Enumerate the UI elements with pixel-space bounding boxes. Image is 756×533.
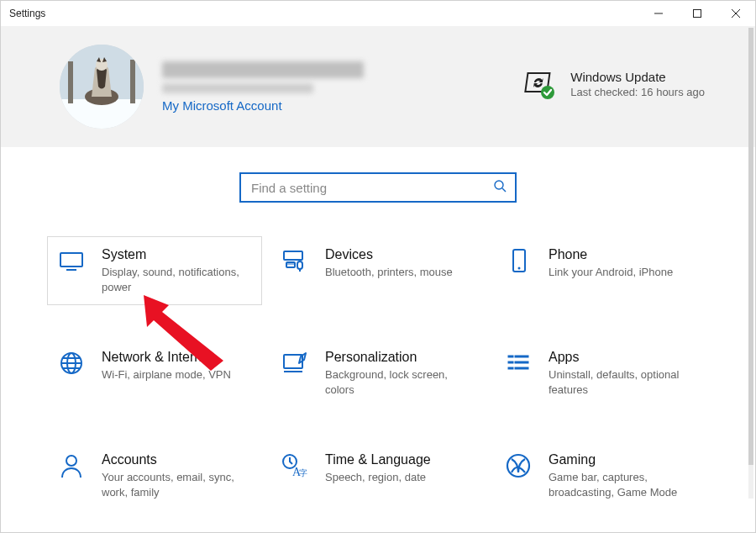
display-icon	[56, 247, 87, 277]
time-language-icon: A字	[280, 452, 310, 483]
tile-sub: Wi-Fi, airplane mode, VPN	[102, 367, 231, 383]
svg-text:字: 字	[299, 468, 307, 478]
windows-update-title: Windows Update	[570, 70, 705, 84]
svg-rect-3	[68, 61, 73, 103]
windows-update-sub: Last checked: 16 hours ago	[570, 86, 705, 98]
search-row	[1, 147, 755, 236]
tile-time-language[interactable]: A字 Time & Language Speech, region, date	[270, 441, 486, 510]
xbox-icon	[503, 452, 533, 483]
globe-icon	[56, 350, 87, 380]
window-title: Settings	[9, 8, 45, 19]
tile-title: System	[102, 247, 253, 262]
avatar[interactable]	[60, 45, 144, 129]
paint-icon	[280, 350, 310, 380]
person-icon	[56, 452, 87, 483]
svg-rect-10	[60, 253, 82, 266]
tile-network[interactable]: Network & Internet Wi-Fi, airplane mode,…	[47, 339, 262, 408]
tile-sub: Link your Android, iPhone	[549, 265, 673, 280]
tile-title: Personalization	[325, 350, 476, 365]
svg-rect-11	[284, 251, 302, 260]
avatar-image	[60, 45, 144, 129]
maximize-button[interactable]	[678, 1, 717, 26]
tile-title: Apps	[549, 350, 700, 365]
settings-window: Settings	[0, 0, 756, 533]
svg-rect-0	[694, 10, 701, 18]
tile-sub: Uninstall, defaults, optional features	[549, 367, 700, 397]
svg-rect-12	[286, 262, 295, 267]
search-input[interactable]	[249, 180, 493, 196]
tile-devices[interactable]: Devices Bluetooth, printers, mouse	[270, 236, 486, 305]
search-icon	[493, 179, 507, 196]
tile-sub: Your accounts, email, sync, work, family	[102, 470, 253, 499]
tile-personalization[interactable]: Personalization Background, lock screen,…	[270, 339, 486, 408]
svg-point-9	[495, 181, 503, 189]
tile-gaming[interactable]: Gaming Game bar, captures, broadcasting,…	[494, 441, 709, 510]
scrollbar-thumb[interactable]	[748, 28, 753, 465]
apps-icon	[503, 350, 533, 380]
my-microsoft-account-link[interactable]: My Microsoft Account	[162, 98, 364, 113]
tile-title: Network & Internet	[102, 350, 231, 365]
tile-sub: Display, sound, notifications, power	[102, 265, 253, 294]
tile-accounts[interactable]: Accounts Your accounts, email, sync, wor…	[47, 441, 262, 510]
tile-system[interactable]: System Display, sound, notifications, po…	[47, 236, 262, 305]
minimize-button[interactable]	[639, 1, 678, 26]
scrollbar[interactable]	[748, 28, 753, 499]
user-email-redacted	[162, 83, 313, 93]
user-name-redacted	[162, 61, 364, 78]
tile-sub: Background, lock screen, colors	[325, 367, 476, 397]
tile-title: Devices	[325, 247, 453, 262]
titlebar: Settings	[1, 1, 755, 26]
close-button[interactable]	[717, 1, 755, 26]
account-hero: My Microsoft Account Windows Update Last…	[1, 26, 755, 147]
sync-icon	[522, 70, 555, 103]
svg-point-19	[66, 456, 76, 466]
svg-point-23	[507, 455, 529, 477]
tile-title: Phone	[549, 247, 673, 262]
tile-sub: Speech, region, date	[325, 470, 431, 485]
phone-icon	[503, 247, 533, 277]
settings-grid: System Display, sound, notifications, po…	[1, 236, 755, 527]
search-box[interactable]	[239, 172, 517, 203]
svg-rect-4	[130, 60, 135, 103]
svg-point-8	[541, 86, 554, 99]
tile-title: Time & Language	[325, 452, 431, 467]
window-controls	[639, 1, 755, 26]
tile-sub: Game bar, captures, broadcasting, Game M…	[549, 470, 700, 499]
tile-sub: Bluetooth, printers, mouse	[325, 265, 453, 280]
svg-point-15	[518, 267, 521, 270]
windows-update-tile[interactable]: Windows Update Last checked: 16 hours ag…	[522, 70, 705, 103]
svg-rect-13	[297, 261, 302, 269]
account-summary: My Microsoft Account	[60, 45, 364, 129]
tile-phone[interactable]: Phone Link your Android, iPhone	[494, 236, 709, 305]
tile-apps[interactable]: Apps Uninstall, defaults, optional featu…	[494, 339, 709, 408]
devices-icon	[280, 247, 310, 277]
tile-title: Accounts	[102, 452, 253, 467]
tile-title: Gaming	[549, 452, 700, 467]
